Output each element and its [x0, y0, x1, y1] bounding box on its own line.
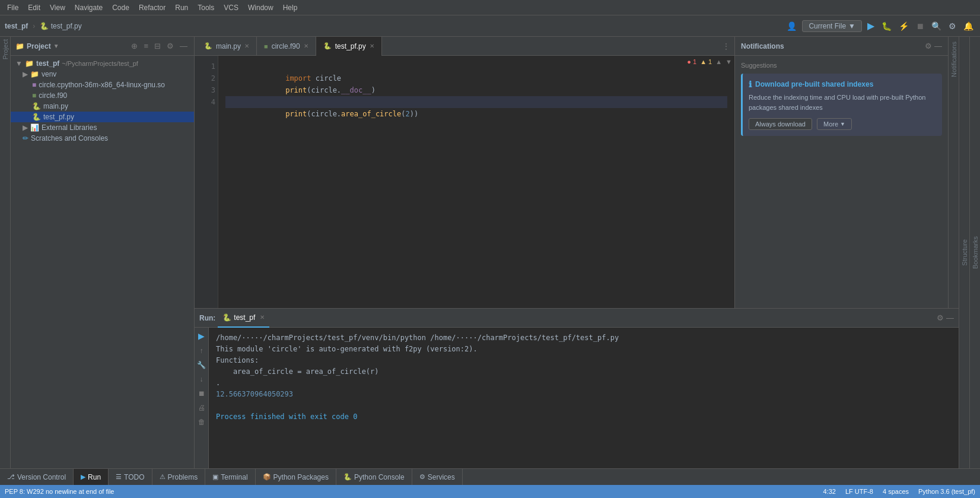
run-tab-close[interactable]: ✕: [260, 314, 265, 321]
structure-sidebar: Structure: [959, 37, 969, 468]
notifications-sidebar-icon[interactable]: Notifications: [949, 39, 959, 80]
attr-doc: __doc__: [341, 86, 371, 94]
run-panel-minimize[interactable]: —: [946, 313, 954, 322]
tree-item-test-pf-py[interactable]: 🐍 test_pf.py: [11, 112, 194, 122]
menu-item-help[interactable]: Help: [278, 2, 303, 13]
menu-item-file[interactable]: File: [2, 2, 23, 13]
module-circle: circle: [316, 74, 341, 83]
tab-services[interactable]: ⚙ Services: [412, 469, 463, 486]
python-packages-icon: 📦: [263, 473, 271, 481]
structure-label[interactable]: Structure: [960, 237, 969, 268]
line-number-4: 4: [197, 96, 215, 108]
tab-terminal[interactable]: ▣ Terminal: [205, 469, 255, 486]
run-tab[interactable]: 🐍 test_pf ✕: [218, 309, 269, 328]
tree-item-scratches[interactable]: ✏ Scratches and Consoles: [11, 133, 194, 144]
run-output-line-6: 12.566370964050293: [216, 389, 952, 400]
tree-item-external-libs[interactable]: ▶ 📊 External Libraries: [11, 122, 194, 133]
tree-item-root[interactable]: ▼ 📁 test_pf ~/PycharmProjects/test_pf: [11, 58, 194, 69]
notif-header-actions: ⚙ —: [925, 42, 942, 50]
scope-button[interactable]: ⊕: [129, 41, 139, 51]
status-python[interactable]: Python 3.6 (test_pf): [918, 488, 975, 495]
title-bar: test_pf › 🐍 test_pf.py 👤 Current File ▼ …: [0, 15, 980, 37]
code-area[interactable]: import circle print(circle.__doc__) prin…: [218, 56, 734, 308]
libs-icon: 📊: [30, 123, 39, 132]
scratches-label: Scratches and Consoles: [31, 134, 108, 142]
editor-tabs-bar: 🐍 main.py ✕ ■ circle.f90 ✕ 🐍 test_pf.py …: [195, 37, 734, 56]
run-scroll-down-button[interactable]: ↓: [199, 374, 205, 385]
run-play-button[interactable]: ▶: [197, 330, 206, 342]
scroll-down-icon[interactable]: ▼: [726, 58, 732, 65]
notifications-title: Notifications: [741, 42, 784, 50]
run-panel-actions: ⚙ —: [937, 313, 954, 322]
run-print-button[interactable]: 🖨: [197, 402, 206, 413]
root-folder-icon: 📁: [25, 59, 34, 68]
run-panel: Run: 🐍 test_pf ✕ ⚙ — ▶ ↑ 🔧 ↓ ⏹: [195, 308, 959, 468]
tab-todo[interactable]: ☰ TODO: [109, 469, 152, 486]
menu-item-refactor[interactable]: Refactor: [134, 2, 170, 13]
menu-item-vcs[interactable]: VCS: [219, 2, 243, 13]
circle-f90-tab-close[interactable]: ✕: [304, 43, 308, 49]
stop-button[interactable]: ⏹: [914, 20, 926, 33]
run-trash-button[interactable]: 🗑: [197, 417, 206, 427]
tab-python-console[interactable]: 🐍 Python Console: [336, 469, 412, 486]
plain-1: (circle.: [307, 86, 341, 94]
run-wrench-button[interactable]: 🔧: [196, 360, 207, 370]
tab-test-pf-py[interactable]: 🐍 test_pf.py ✕: [316, 37, 382, 56]
tree-item-main-py[interactable]: 🐍 main.py: [11, 101, 194, 112]
tab-main-py[interactable]: 🐍 main.py ✕: [197, 37, 257, 56]
menu-item-run[interactable]: Run: [170, 2, 193, 13]
tree-item-circle-so[interactable]: ■ circle.cpython-36m-x86_64-linux-gnu.so: [11, 80, 194, 90]
notif-minimize-button[interactable]: —: [934, 42, 942, 50]
tree-item-venv[interactable]: ▶ 📁 venv: [11, 69, 194, 80]
tree-item-circle-f90[interactable]: ■ circle.f90: [11, 90, 194, 101]
project-dropdown-icon[interactable]: ▼: [53, 43, 59, 49]
notification-button[interactable]: 🔔: [962, 20, 975, 33]
run-panel-settings[interactable]: ⚙: [937, 313, 944, 322]
warning-badge: ▲ 1: [700, 58, 712, 65]
menu-item-edit[interactable]: Edit: [23, 2, 45, 13]
status-bar: PEP 8: W292 no newline at end of file 4:…: [0, 485, 980, 498]
menu-item-navigate[interactable]: Navigate: [70, 2, 107, 13]
tab-run[interactable]: ▶ Run: [74, 469, 109, 486]
filter-button[interactable]: ⊟: [152, 41, 163, 51]
run-config-button[interactable]: Current File ▼: [802, 20, 862, 32]
status-position[interactable]: 4:32: [823, 488, 835, 495]
chevron-icon: ▼: [840, 121, 845, 127]
always-download-button[interactable]: Always download: [749, 118, 812, 130]
test-pf-tab-close[interactable]: ✕: [370, 43, 374, 49]
status-encoding[interactable]: LF UTF-8: [845, 488, 873, 495]
settings-button[interactable]: ⚙: [947, 20, 958, 33]
run-button[interactable]: ▶: [866, 18, 876, 33]
notif-settings-button[interactable]: ⚙: [925, 42, 932, 50]
debug-button[interactable]: 🐛: [880, 20, 893, 33]
todo-label: TODO: [124, 473, 144, 481]
main-py-tab-close[interactable]: ✕: [244, 43, 249, 49]
bookmarks-label[interactable]: Bookmarks: [971, 234, 980, 271]
account-icon[interactable]: 👤: [785, 20, 798, 33]
status-spaces[interactable]: 4 spaces: [883, 488, 909, 495]
tab-version-control[interactable]: ⎇ Version Control: [0, 469, 74, 486]
settings-gear-icon[interactable]: ⚙: [165, 41, 176, 51]
tab-circle-f90[interactable]: ■ circle.f90 ✕: [257, 37, 316, 56]
f90-label: circle.f90: [39, 91, 67, 100]
menu-item-code[interactable]: Code: [107, 2, 134, 13]
venv-label: venv: [42, 70, 56, 78]
project-sidebar-icon[interactable]: Project: [1, 37, 10, 62]
menu-item-view[interactable]: View: [45, 2, 70, 13]
more-button[interactable]: More ▼: [817, 118, 852, 130]
python-packages-label: Python Packages: [273, 473, 329, 481]
menu-item-window[interactable]: Window: [243, 2, 278, 13]
tab-problems[interactable]: ⚠ Problems: [152, 469, 206, 486]
services-label: Services: [428, 473, 455, 481]
menu-item-tools[interactable]: Tools: [193, 2, 219, 13]
tabs-overflow-button[interactable]: ⋮: [718, 42, 734, 50]
tab-python-packages[interactable]: 📦 Python Packages: [256, 469, 336, 486]
run-scroll-up-button[interactable]: ↑: [199, 345, 205, 356]
coverage-button[interactable]: ⚡: [897, 20, 911, 33]
minimize-button[interactable]: —: [178, 41, 189, 51]
run-stop-button[interactable]: ⏹: [197, 388, 206, 399]
scroll-up-icon[interactable]: ▲: [715, 58, 722, 65]
file-tree: ▼ 📁 test_pf ~/PycharmProjects/test_pf ▶ …: [11, 56, 194, 468]
search-button[interactable]: 🔍: [930, 20, 943, 33]
sort-button[interactable]: ≡: [142, 41, 150, 51]
